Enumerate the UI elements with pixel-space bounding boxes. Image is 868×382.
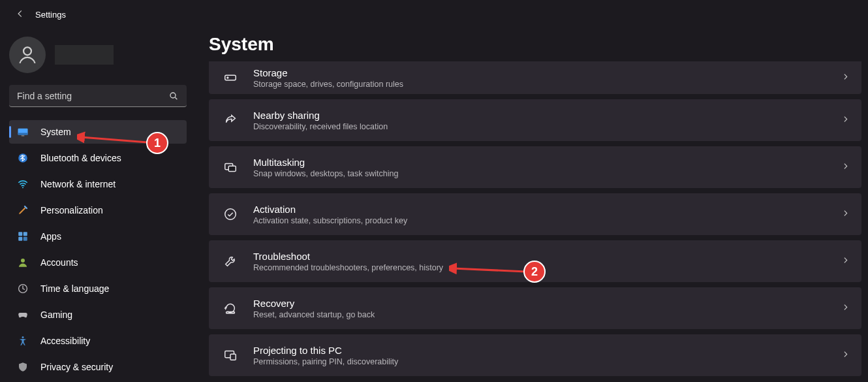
account-name [55, 45, 114, 65]
svg-point-11 [21, 259, 25, 263]
settings-row-text: Activation Activation state, subscriptio… [253, 204, 841, 225]
chevron-right-icon [841, 209, 850, 219]
shield-icon [17, 361, 29, 373]
chevron-right-icon [841, 256, 850, 266]
settings-row-title: Storage [253, 67, 841, 78]
checkmark-circle-icon [223, 207, 238, 221]
svg-rect-8 [23, 232, 27, 236]
settings-row-title: Projecting to this PC [253, 345, 841, 356]
svg-point-13 [22, 336, 24, 338]
sidebar-item-accounts[interactable]: Accounts [9, 251, 187, 274]
sidebar-item-label: Time & language [40, 283, 109, 294]
main-content: System Storage Storage space, drives, co… [209, 34, 861, 382]
sidebar: System Bluetooth & devices Network & int… [0, 30, 196, 382]
svg-point-1 [170, 93, 176, 98]
search-icon [168, 91, 179, 101]
sidebar-item-personalization[interactable]: Personalization [9, 199, 187, 222]
wrench-icon [223, 254, 238, 268]
chevron-right-icon [841, 115, 850, 125]
account-block[interactable] [9, 37, 187, 73]
settings-row-nearby-sharing[interactable]: Nearby sharing Discoverability, received… [209, 99, 861, 141]
bluetooth-icon [17, 152, 29, 164]
window-header: Settings [0, 0, 868, 23]
settings-row-recovery[interactable]: Recovery Reset, advanced startup, go bac… [209, 287, 861, 329]
apps-icon [17, 231, 29, 242]
sidebar-item-label: Privacy & security [40, 362, 113, 372]
settings-row-title: Nearby sharing [253, 110, 841, 121]
sidebar-item-label: Accessibility [40, 336, 90, 346]
svg-point-15 [227, 77, 228, 78]
svg-point-6 [22, 187, 23, 188]
settings-list: Storage Storage space, drives, configura… [209, 61, 861, 376]
sidebar-item-label: System [40, 127, 71, 137]
sidebar-item-label: Network & internet [40, 179, 116, 189]
settings-row-sub: Storage space, drives, configuration rul… [253, 80, 841, 89]
clock-globe-icon [17, 283, 29, 294]
sidebar-item-label: Bluetooth & devices [40, 153, 121, 163]
wifi-icon [17, 178, 29, 190]
chevron-right-icon [841, 72, 850, 83]
settings-row-activation[interactable]: Activation Activation state, subscriptio… [209, 193, 861, 235]
multitasking-icon [223, 160, 238, 174]
recovery-icon [223, 301, 238, 315]
storage-icon [223, 71, 238, 85]
annotation-badge-1: 1 [146, 132, 168, 154]
share-icon [223, 113, 238, 127]
svg-rect-21 [230, 354, 236, 360]
avatar-icon [9, 37, 46, 73]
person-icon [17, 257, 29, 268]
search-box[interactable] [9, 85, 187, 107]
settings-row-text: Multitasking Snap windows, desktops, tas… [253, 157, 841, 178]
settings-row-sub: Recommended troubleshooters, preferences… [253, 263, 841, 272]
annotation-badge-2: 2 [523, 261, 546, 283]
settings-row-title: Multitasking [253, 157, 841, 168]
page-title: System [209, 34, 861, 55]
sidebar-item-label: Apps [40, 231, 61, 242]
svg-rect-7 [18, 232, 22, 236]
app-title: Settings [35, 10, 66, 20]
settings-row-multitasking[interactable]: Multitasking Snap windows, desktops, tas… [209, 146, 861, 188]
settings-row-title: Activation [253, 204, 841, 215]
svg-point-18 [225, 209, 236, 220]
settings-row-storage[interactable]: Storage Storage space, drives, configura… [209, 61, 861, 94]
settings-row-sub: Activation state, subscriptions, product… [253, 216, 841, 225]
settings-row-text: Recovery Reset, advanced startup, go bac… [253, 298, 841, 319]
sidebar-item-label: Gaming [40, 310, 72, 320]
display-icon [17, 126, 29, 138]
nav-list: System Bluetooth & devices Network & int… [9, 120, 187, 379]
settings-row-sub: Reset, advanced startup, go back [253, 310, 841, 319]
settings-row-sub: Snap windows, desktops, task switching [253, 169, 841, 178]
settings-row-sub: Discoverability, received files location [253, 122, 841, 131]
sidebar-item-gaming[interactable]: Gaming [9, 303, 187, 326]
settings-row-sub: Permissions, pairing PIN, discoverabilit… [253, 357, 841, 366]
chevron-right-icon [841, 162, 850, 172]
svg-point-0 [23, 47, 31, 55]
sidebar-item-label: Accounts [40, 257, 78, 268]
sidebar-item-time-language[interactable]: Time & language [9, 277, 187, 300]
sidebar-item-network[interactable]: Network & internet [9, 172, 187, 196]
svg-rect-4 [22, 135, 25, 136]
settings-row-title: Troubleshoot [253, 251, 841, 262]
settings-row-text: Troubleshoot Recommended troubleshooters… [253, 251, 841, 272]
settings-row-projecting[interactable]: Projecting to this PC Permissions, pairi… [209, 334, 861, 376]
chevron-right-icon [841, 350, 850, 360]
svg-rect-17 [228, 166, 236, 171]
search-input[interactable] [9, 85, 187, 107]
settings-row-text: Projecting to this PC Permissions, pairi… [253, 345, 841, 366]
sidebar-item-accessibility[interactable]: Accessibility [9, 329, 187, 353]
svg-rect-10 [23, 237, 27, 241]
svg-rect-9 [18, 237, 22, 241]
settings-row-title: Recovery [253, 298, 841, 309]
settings-row-text: Storage Storage space, drives, configura… [253, 67, 841, 89]
sidebar-item-privacy[interactable]: Privacy & security [9, 355, 187, 379]
gamepad-icon [17, 309, 29, 321]
paintbrush-icon [17, 204, 29, 216]
svg-rect-3 [18, 133, 28, 135]
sidebar-item-apps[interactable]: Apps [9, 225, 187, 248]
settings-row-text: Nearby sharing Discoverability, received… [253, 110, 841, 131]
projecting-icon [223, 348, 238, 362]
accessibility-icon [17, 335, 29, 347]
back-button[interactable] [16, 9, 25, 20]
chevron-right-icon [841, 303, 850, 313]
sidebar-item-label: Personalization [40, 205, 103, 215]
